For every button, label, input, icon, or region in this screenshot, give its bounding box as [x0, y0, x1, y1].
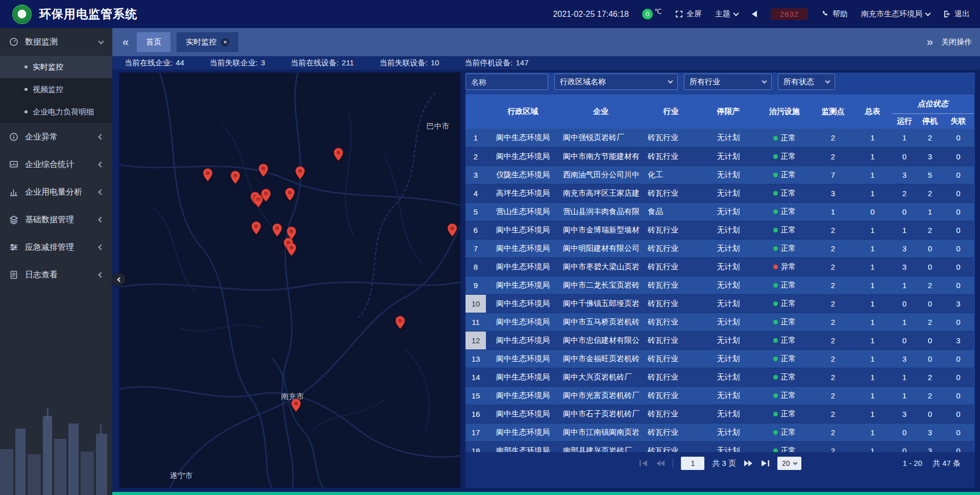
map-pin[interactable]: [251, 221, 261, 237]
table-row[interactable]: 18 南部生态环境局 南部县建兴页岩砖厂 砖瓦行业 无计划 正常 2: [465, 441, 974, 452]
next-page-button[interactable]: [744, 460, 753, 466]
help-button[interactable]: 帮助: [821, 9, 848, 19]
row-lost-count: 0: [943, 184, 974, 202]
chevron-down-icon: [98, 38, 104, 44]
app-logo: [12, 5, 32, 24]
row-company: 阆中强锐页岩砖厂: [560, 129, 642, 147]
map-pin[interactable]: [272, 223, 282, 239]
table-row[interactable]: 7 阆中生态环境局 阆中明阳建材有限公司 砖瓦行业 无计划 正常 2: [465, 239, 974, 257]
table-row[interactable]: 6 阆中生态环境局 阆中市金博瑞新型墙材 砖瓦行业 无计划 正常 2: [465, 221, 974, 239]
status-text: 正常: [781, 299, 796, 308]
sidebar-group-base-data[interactable]: 基础数据管理: [0, 206, 112, 233]
close-operations-button[interactable]: 关闭操作: [941, 37, 972, 47]
temperature-unit: ℃: [654, 8, 662, 15]
row-lost-count: 0: [943, 441, 974, 452]
map-pin[interactable]: [295, 166, 305, 182]
table-row[interactable]: 14 阆中生态环境局 阆中大兴页岩机砖厂 砖瓦行业 无计划 正常 2: [465, 368, 974, 386]
announcement-toggle[interactable]: [751, 11, 757, 17]
name-filter-input[interactable]: [465, 74, 548, 90]
next-page-icon: [744, 460, 753, 466]
table-row[interactable]: 15 阆中生态环境局 阆中市光富页岩机砖厂 砖瓦行业 无计划 正常 2: [465, 386, 974, 405]
prev-page-button[interactable]: [656, 460, 665, 466]
tabs-scroll-left-button[interactable]: «: [120, 37, 131, 48]
tab-realtime-monitor[interactable]: 实时监控 ✕: [177, 32, 238, 52]
row-monitor-count: 2: [813, 276, 853, 294]
sidebar-group-emergency-reduction[interactable]: 应急减排管理: [0, 233, 112, 261]
map-pin[interactable]: [447, 223, 457, 239]
page-size-select[interactable]: 20: [777, 457, 801, 470]
org-dropdown[interactable]: 南充市生态环境局: [861, 9, 930, 19]
table-row[interactable]: 17 阆中生态环境局 阆中市江南镇阆南页岩 砖瓦行业 无计划 正常 2: [465, 423, 974, 441]
map-pin[interactable]: [291, 398, 301, 414]
map-pin[interactable]: [333, 148, 344, 163]
table-row[interactable]: 2 阆中生态环境局 阆中市南方节能建材有 砖瓦行业 无计划 正常 2: [465, 147, 974, 166]
sidebar-item-power-load-detail[interactable]: 企业电力负荷明细: [0, 101, 112, 123]
map[interactable]: 巴中市 南充市 遂宁市: [119, 73, 460, 488]
row-industry: 砖瓦行业: [642, 257, 700, 276]
table-row[interactable]: 11 阆中生态环境局 阆中市五马桥页岩机砖 砖瓦行业 无计划 正常 2: [465, 313, 974, 331]
filter-bar: 行政区域名称 所有行业 所有状态: [465, 74, 975, 90]
table-row[interactable]: 16 阆中生态环境局 阆中市石子页岩机砖厂 砖瓦行业 无计划 正常 2: [465, 405, 974, 423]
sidebar-item-video-monitor[interactable]: 视频监控: [0, 78, 112, 101]
status-text: 正常: [781, 336, 796, 344]
bar-chart-icon: [9, 187, 18, 197]
table-row[interactable]: 3 仪陇生态环境局 西南油气田分公司川中 化工 无计划 正常 7 1: [465, 166, 974, 184]
row-meter-count: 0: [853, 202, 892, 221]
logout-button[interactable]: 退出: [943, 9, 970, 19]
row-running-count: 2: [892, 184, 917, 202]
row-stopped-count: 0: [917, 294, 943, 313]
tabs-scroll-right-button[interactable]: »: [925, 37, 935, 48]
status-text: 正常: [781, 170, 796, 179]
table-row[interactable]: 9 阆中生态环境局 阆中市二龙长宝页岩砖 砖瓦行业 无计划 正常 2: [465, 276, 974, 294]
map-pin[interactable]: [285, 187, 295, 203]
table-row[interactable]: 5 营山生态环境局 营山县润丰肉食品有限 食品 无计划 正常 1 0: [465, 202, 974, 221]
theme-dropdown[interactable]: 主题: [715, 9, 738, 19]
map-pin[interactable]: [286, 243, 297, 258]
sidebar-group-logs[interactable]: 日志查看: [0, 261, 112, 289]
map-pin[interactable]: [261, 188, 271, 204]
row-lost-count: 0: [943, 313, 974, 331]
sidebar-item-realtime-monitor[interactable]: 实时监控: [0, 56, 112, 78]
sidebar-group-enterprise-stats[interactable]: 企业综合统计: [0, 151, 112, 178]
map-pin[interactable]: [203, 168, 213, 184]
table-row[interactable]: 4 高坪生态环境局 南充市高坪区王家店建 砖瓦行业 无计划 正常 3: [465, 184, 974, 202]
status-dot: [773, 375, 778, 380]
row-company: 阆中大兴页岩机砖厂: [560, 368, 642, 386]
map-pin[interactable]: [230, 171, 240, 186]
table-row[interactable]: 12 阆中生态环境局 阆中市忠信建材有限公 砖瓦行业 无计划 正常 2: [465, 331, 974, 349]
last-page-button[interactable]: [761, 460, 770, 466]
row-stopped-count: 3: [917, 441, 943, 452]
row-facility: 异常: [756, 257, 813, 276]
first-page-button[interactable]: [639, 460, 648, 466]
row-facility: 正常: [756, 313, 813, 331]
sidebar-group-enterprise-abnormal[interactable]: 企业异常: [0, 123, 112, 151]
close-icon[interactable]: ✕: [221, 38, 229, 46]
table-row[interactable]: 8 阆中生态环境局 阆中市枣碧大梁山页岩 砖瓦行业 无计划 异常 2: [465, 257, 974, 276]
row-limit: 无计划: [700, 166, 756, 184]
table-row[interactable]: 13 阆中生态环境局 阆中市金福旺页岩机砖 砖瓦行业 无计划 正常 2: [465, 349, 974, 368]
row-facility: 正常: [756, 184, 813, 202]
sidebar-group-power-analysis[interactable]: 企业用电量分析: [0, 178, 112, 206]
status-dot: [773, 154, 778, 159]
col-header-index: [465, 95, 486, 129]
map-pin[interactable]: [395, 316, 405, 332]
row-region: 阆中生态环境局: [486, 239, 560, 257]
table-row[interactable]: 1 阆中生态环境局 阆中强锐页岩砖厂 砖瓦行业 无计划 正常 2 1: [465, 129, 974, 147]
row-meter-count: 1: [853, 129, 892, 147]
row-industry: 砖瓦行业: [642, 221, 700, 239]
main-area: « 首页 实时监控 ✕ » 关闭操作 当前在线企业: 44 当前失联企业: 3: [112, 28, 980, 492]
panel-collapse-button[interactable]: [112, 273, 126, 286]
tab-home[interactable]: 首页: [137, 32, 170, 52]
status-filter-select[interactable]: 所有状态: [778, 74, 835, 90]
status-text: 正常: [781, 133, 796, 142]
map-pin[interactable]: [258, 163, 268, 179]
sidebar-group-data-monitoring[interactable]: 数据监测: [0, 28, 112, 56]
stat-offline-devices: 当前失联设备: 10: [379, 58, 439, 68]
region-filter-select[interactable]: 行政区域名称: [554, 74, 678, 90]
industry-filter-select[interactable]: 所有行业: [684, 74, 772, 90]
page-number-input[interactable]: [681, 457, 704, 470]
row-facility: 正常: [756, 349, 813, 368]
row-facility: 正常: [756, 423, 813, 441]
table-row[interactable]: 10 阆中生态环境局 阆中千佛镇五郎垭页岩 砖瓦行业 无计划 正常 2: [465, 294, 974, 313]
fullscreen-button[interactable]: 全屏: [675, 9, 702, 19]
